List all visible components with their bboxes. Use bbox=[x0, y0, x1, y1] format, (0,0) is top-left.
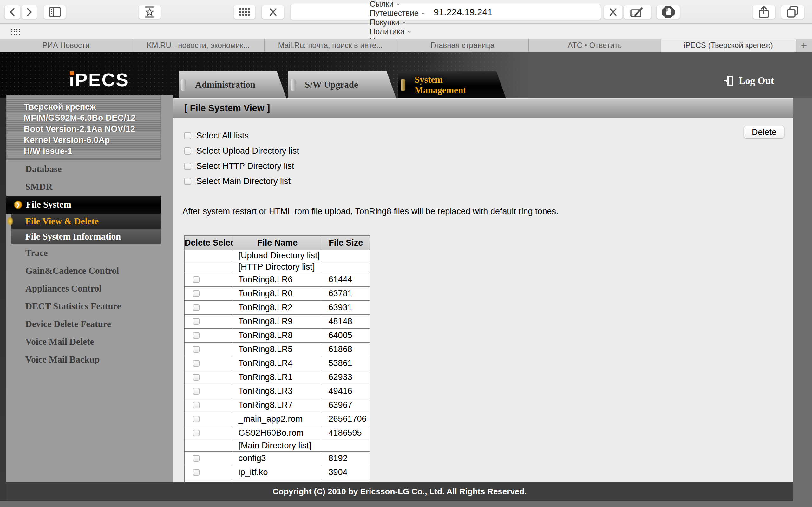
table-row: TonRing8.LR7 63967 bbox=[184, 398, 370, 412]
file-size-cell: 63931 bbox=[322, 300, 370, 314]
table-row: ip_itf.ko 3904 bbox=[184, 465, 370, 479]
compose-button[interactable] bbox=[623, 5, 652, 19]
grid-icon[interactable] bbox=[10, 28, 23, 36]
row-checkbox[interactable] bbox=[193, 374, 200, 381]
row-checkbox[interactable] bbox=[193, 346, 200, 353]
file-name-cell: TonRing8.LR3 bbox=[233, 384, 322, 398]
checkbox-label: Select Upload Directory list bbox=[196, 146, 299, 156]
row-checkbox[interactable] bbox=[193, 290, 200, 297]
row-checkbox[interactable] bbox=[193, 455, 200, 462]
sidebar-item-dect-statistics[interactable]: DECT Statistics Feature bbox=[6, 297, 161, 315]
sidebar-item-file-system-information[interactable]: File System Information bbox=[11, 229, 161, 244]
checkbox[interactable] bbox=[184, 163, 191, 170]
system-info-line: H/W issue-1 bbox=[24, 146, 161, 157]
bookmark-label: Покупки bbox=[369, 18, 399, 27]
system-info-line: Тверской крепеж bbox=[24, 101, 161, 112]
table-row: TonRing8.LR5 61868 bbox=[184, 342, 370, 356]
sidebar-item-voice-mail-delete[interactable]: Voice Mail Delete bbox=[6, 333, 161, 350]
sidebar-item-smdr[interactable]: SMDR bbox=[6, 178, 161, 195]
row-checkbox-cell bbox=[184, 412, 233, 426]
sidebar-icon bbox=[47, 5, 62, 19]
system-info-panel: Тверской крепеж MFIM/GS92M-6.0Bo DEC/12 … bbox=[6, 95, 161, 160]
sidebar-item-device-delete[interactable]: Device Delete Feature bbox=[6, 315, 161, 333]
forward-button[interactable] bbox=[21, 5, 37, 19]
sidebar-item-file-system[interactable]: ❯ File System bbox=[6, 195, 161, 214]
table-row: TonRing8.LR8 64005 bbox=[184, 328, 370, 342]
share-button[interactable] bbox=[752, 5, 775, 19]
row-checkbox[interactable] bbox=[193, 318, 200, 325]
browser-tab[interactable]: iPECS (Тверской крепеж) bbox=[661, 39, 796, 52]
app-nav-tab[interactable]: S/W Upgrade bbox=[288, 71, 396, 98]
file-size-cell: 26561706 bbox=[322, 412, 370, 426]
plus-icon: + bbox=[801, 39, 807, 52]
row-checkbox[interactable] bbox=[193, 360, 200, 367]
sidebar-item-trace[interactable]: Trace bbox=[6, 244, 161, 262]
checkbox[interactable] bbox=[184, 147, 191, 155]
checkbox[interactable] bbox=[184, 132, 191, 139]
row-checkbox[interactable] bbox=[193, 332, 200, 339]
row-checkbox[interactable] bbox=[193, 469, 200, 475]
sidebar-item-file-view-delete[interactable]: File View & Delete bbox=[11, 214, 161, 229]
logout-button[interactable]: Log Out bbox=[723, 74, 774, 87]
tab-title: Mail.Ru: почта, поиск в инте... bbox=[278, 41, 383, 50]
sidebar: Тверской крепеж MFIM/GS92M-6.0Bo DEC/12 … bbox=[6, 95, 173, 482]
file-name-cell: [HTTP Directory list] bbox=[233, 261, 322, 273]
select-option-row: Select Upload Directory list bbox=[184, 143, 299, 158]
table-row: [Main Directory list] bbox=[184, 440, 370, 451]
row-checkbox[interactable] bbox=[193, 402, 200, 408]
tabs-overview-button[interactable] bbox=[781, 5, 804, 19]
file-size-cell: 62933 bbox=[322, 370, 370, 384]
close-icon-button[interactable] bbox=[262, 5, 284, 19]
browser-tab[interactable]: Главная страница bbox=[397, 39, 529, 52]
bookmark-item[interactable]: Покупки ⌄ bbox=[369, 18, 443, 27]
row-checkbox[interactable] bbox=[193, 430, 200, 436]
tab-title: АТС • Ответить bbox=[568, 41, 622, 50]
row-checkbox-cell bbox=[184, 370, 233, 384]
favorites-bar-button[interactable] bbox=[138, 5, 161, 19]
file-size-cell: 48148 bbox=[322, 314, 370, 328]
address-input[interactable] bbox=[291, 7, 601, 17]
tab-title: KM.RU - новости, экономик... bbox=[147, 41, 250, 50]
x-icon bbox=[607, 6, 619, 18]
back-button[interactable] bbox=[4, 5, 20, 19]
nav-tab-label: System Management bbox=[415, 74, 493, 95]
sidebar-item-appliances-control[interactable]: Appliances Control bbox=[6, 279, 161, 297]
sidebar-item-voice-mail-backup[interactable]: Voice Mail Backup bbox=[6, 350, 161, 368]
row-checkbox[interactable] bbox=[193, 388, 200, 395]
sidebar-item-gain-cadence-control[interactable]: Gain&Cadence Control bbox=[6, 262, 161, 279]
bookmark-label: Сылки bbox=[369, 0, 394, 9]
checkbox[interactable] bbox=[184, 178, 191, 185]
bookmark-item[interactable]: Политика ⌄ bbox=[369, 27, 443, 36]
row-checkbox[interactable] bbox=[193, 416, 200, 422]
app-nav-tab[interactable]: Administration bbox=[179, 71, 287, 98]
sidebar-item-label: Device Delete Feature bbox=[26, 319, 111, 329]
stop-load-button[interactable] bbox=[604, 5, 623, 19]
row-checkbox[interactable] bbox=[193, 276, 200, 283]
page: ıPECS Administration S/W Upgrade System … bbox=[0, 52, 812, 507]
address-bar[interactable] bbox=[290, 4, 601, 20]
select-option-row: Select All lists bbox=[184, 128, 299, 143]
browser-tab[interactable]: Mail.Ru: почта, поиск в инте... bbox=[264, 39, 397, 52]
file-name-cell: ip_itf.ko bbox=[233, 465, 322, 479]
bookmark-item[interactable]: Путешествие ⌄ bbox=[369, 9, 443, 18]
row-checkbox-cell bbox=[184, 440, 233, 451]
browser-tab[interactable]: РИА Новости bbox=[0, 39, 132, 52]
copyright-text: Copyright (C) 2010 by Ericsson-LG Co., L… bbox=[273, 487, 527, 497]
row-checkbox-cell bbox=[184, 328, 233, 342]
delete-button[interactable]: Delete bbox=[744, 126, 784, 138]
browser-tab[interactable]: АТС • Ответить bbox=[529, 39, 661, 52]
app-grid-button[interactable] bbox=[234, 5, 256, 19]
app-nav-tab[interactable]: System Management bbox=[398, 71, 506, 98]
new-tab-button[interactable]: + bbox=[796, 39, 812, 52]
sidebar-item-database[interactable]: Database bbox=[6, 160, 161, 178]
chevron-down-icon: ⌄ bbox=[402, 18, 406, 25]
stop-hand-button[interactable] bbox=[657, 5, 680, 19]
tab-title: Главная страница bbox=[431, 41, 495, 50]
row-checkbox[interactable] bbox=[193, 304, 200, 311]
sidebar-toggle-button[interactable] bbox=[44, 5, 66, 19]
notice-text: After system restart or HTML rom file up… bbox=[183, 207, 559, 216]
browser-tab[interactable]: KM.RU - новости, экономик... bbox=[132, 39, 264, 52]
file-size-cell bbox=[322, 250, 370, 261]
table-row: md 15450 bbox=[184, 479, 370, 482]
bookmark-item[interactable]: Сылки ⌄ bbox=[369, 0, 443, 9]
